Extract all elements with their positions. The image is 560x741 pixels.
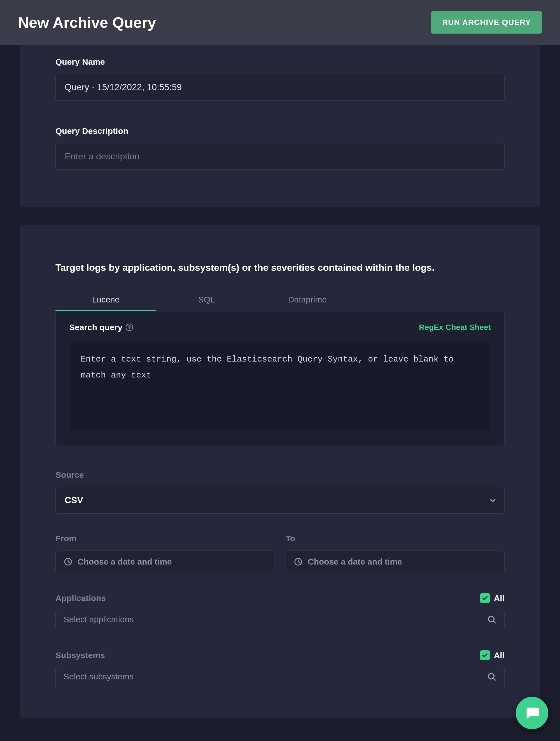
search-query-label-wrap: Search query ? — [69, 323, 133, 332]
chat-icon — [524, 705, 540, 721]
from-label: From — [56, 534, 274, 543]
subsystems-placeholder: Select subsystems — [64, 672, 487, 681]
chevron-down-icon — [481, 487, 504, 513]
subsystems-label: Subsystems — [56, 651, 105, 660]
search-query-panel: Search query ? RegEx Cheat Sheet — [56, 311, 504, 446]
search-icon — [487, 615, 496, 624]
search-query-textarea[interactable] — [69, 342, 491, 431]
query-meta-card: Query Name Query Description — [20, 45, 540, 207]
query-description-label: Query Description — [56, 126, 504, 136]
query-description-input[interactable] — [56, 143, 504, 170]
from-placeholder: Choose a date and time — [78, 557, 172, 566]
page-body: Query Name Query Description Target logs… — [0, 45, 560, 741]
to-placeholder: Choose a date and time — [308, 557, 402, 566]
to-label: To — [286, 534, 504, 543]
date-range-row: From Choose a date and time To Choose a … — [56, 534, 504, 573]
subsystems-all-toggle[interactable]: All — [480, 650, 504, 660]
applications-select[interactable]: Select applications — [56, 609, 504, 630]
svg-line-5 — [493, 678, 495, 680]
applications-label: Applications — [56, 593, 106, 603]
svg-line-3 — [493, 621, 495, 623]
page-title: New Archive Query — [18, 14, 156, 31]
target-heading: Target logs by application, subsystem(s)… — [56, 238, 504, 273]
header-bar: New Archive Query RUN ARCHIVE QUERY — [0, 0, 560, 45]
source-label: Source — [56, 470, 504, 480]
query-name-label: Query Name — [56, 57, 504, 67]
run-archive-query-button[interactable]: RUN ARCHIVE QUERY — [431, 11, 542, 33]
chat-fab[interactable] — [516, 697, 548, 729]
clock-icon — [294, 557, 303, 566]
subsystems-all-label: All — [494, 651, 504, 660]
from-datetime-input[interactable]: Choose a date and time — [56, 551, 274, 573]
help-icon[interactable]: ? — [126, 324, 133, 331]
search-query-header: Search query ? RegEx Cheat Sheet — [69, 323, 491, 332]
to-datetime-input[interactable]: Choose a date and time — [286, 551, 504, 573]
clock-icon — [64, 557, 73, 566]
query-lang-tabs: Lucene SQL Dataprime — [56, 289, 504, 311]
tab-sql[interactable]: SQL — [156, 289, 257, 311]
checkbox-checked-icon — [480, 593, 490, 603]
applications-label-row: Applications All — [56, 593, 504, 603]
tab-dataprime[interactable]: Dataprime — [257, 289, 358, 311]
search-query-label: Search query — [69, 323, 122, 332]
source-select[interactable]: CSV — [56, 487, 504, 514]
target-card: Target logs by application, subsystem(s)… — [20, 225, 540, 718]
regex-cheat-sheet-link[interactable]: RegEx Cheat Sheet — [419, 323, 491, 332]
applications-placeholder: Select applications — [64, 615, 487, 624]
subsystems-select[interactable]: Select subsystems — [56, 666, 504, 687]
source-selected-value: CSV — [56, 487, 481, 513]
query-name-input[interactable] — [56, 74, 504, 100]
search-icon — [487, 672, 496, 681]
applications-all-toggle[interactable]: All — [480, 593, 504, 603]
checkbox-checked-icon — [480, 650, 490, 660]
tab-lucene[interactable]: Lucene — [56, 289, 156, 311]
subsystems-label-row: Subsystems All — [56, 650, 504, 660]
applications-all-label: All — [494, 593, 504, 603]
